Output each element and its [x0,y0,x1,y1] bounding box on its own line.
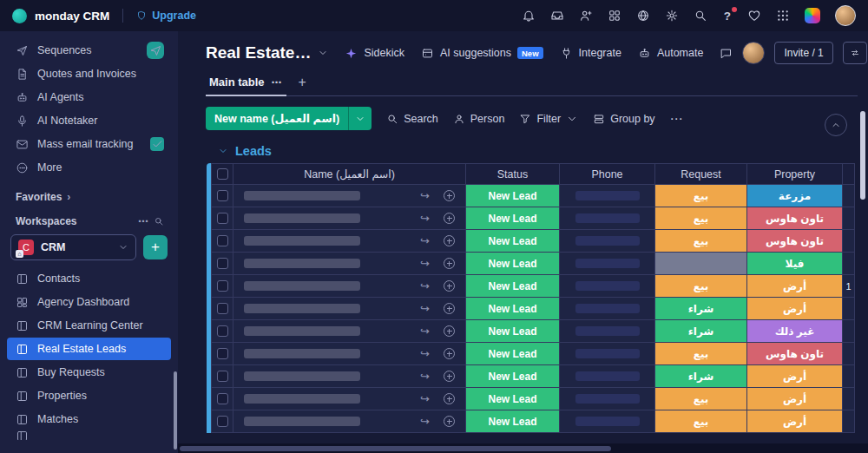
sidebar-scrollbar[interactable] [174,371,177,450]
name-cell[interactable]: ↪ [233,298,466,320]
sidebar-item-quotes-invoices[interactable]: Quotes and Invoices [7,62,171,85]
status-cell[interactable]: New Lead [466,320,559,342]
request-cell[interactable]: بيع [655,388,746,410]
column-header-status[interactable]: Status [466,163,560,185]
name-cell[interactable]: ↪ [233,185,466,207]
add-update-icon[interactable] [444,258,455,269]
invite-button[interactable]: Invite / 1 [774,42,832,64]
product-switcher-icon[interactable] [805,8,820,23]
row-checkbox[interactable] [217,213,228,224]
open-item-icon[interactable]: ↪ [420,303,430,314]
add-update-icon[interactable] [444,235,455,246]
user-avatar[interactable] [835,5,856,26]
request-cell[interactable]: شراء [655,320,746,342]
name-cell[interactable]: ↪ [233,275,466,298]
name-cell[interactable]: ↪ [233,320,466,343]
name-cell[interactable]: ↪ [233,230,466,253]
phone-cell[interactable] [560,343,655,365]
ai-suggestions-button[interactable]: AI suggestions New [421,47,543,60]
horizontal-scrollbar-thumb[interactable] [180,446,611,451]
collapse-header-button[interactable] [825,114,847,136]
request-cell[interactable]: بيع [655,230,746,252]
swap-arrows-icon[interactable] [843,42,867,64]
status-cell[interactable]: New Lead [466,185,559,207]
open-item-icon[interactable]: ↪ [420,325,430,337]
sidebar-item-sequences[interactable]: Sequences [7,39,171,62]
vertical-scrollbar[interactable] [860,111,865,200]
property-cell[interactable]: أرض [747,275,842,297]
board-title[interactable]: Real Estate… [206,43,328,62]
status-cell[interactable]: New Lead [466,298,559,319]
new-item-button[interactable]: New name (اسم العميل) [206,107,372,130]
group-by-button[interactable]: Group by [593,113,654,125]
phone-cell[interactable] [560,320,655,343]
request-cell[interactable]: بيع [655,275,746,297]
name-cell[interactable]: ↪ [233,253,466,275]
column-header-name[interactable]: Name (اسم العميل) [233,163,466,185]
row-checkbox[interactable] [217,416,228,427]
sidebar-item-crm-learning-center[interactable]: CRM Learning Center [7,314,171,337]
group-header[interactable]: Leads [218,144,868,158]
row-checkbox[interactable] [217,393,228,404]
sidebar-item-buy-requests[interactable]: Buy Requests [7,361,171,384]
row-checkbox[interactable] [217,371,228,382]
name-cell[interactable]: ↪ [233,388,466,410]
add-view-button[interactable]: + [292,75,313,95]
add-update-icon[interactable] [444,280,455,292]
help-button[interactable]: ? [722,10,733,23]
add-update-icon[interactable] [444,393,455,404]
upgrade-button[interactable]: Upgrade [136,10,196,22]
open-item-icon[interactable]: ↪ [420,280,430,292]
notifications-bell-icon[interactable] [522,9,536,23]
workspaces-more-icon[interactable]: ⋯ [138,215,148,227]
property-cell[interactable]: تاون هاوس [747,207,842,229]
sidebar-item-more[interactable]: More [7,156,171,179]
phone-cell[interactable] [560,298,655,320]
request-cell[interactable]: بيع [655,185,746,207]
row-checkbox[interactable] [217,348,228,359]
sidebar-item-matches[interactable]: Matches [7,408,171,430]
tab-more-icon[interactable]: ⋯ [272,76,283,89]
add-update-icon[interactable] [444,348,455,359]
open-item-icon[interactable]: ↪ [420,371,430,382]
row-checkbox[interactable] [217,303,228,314]
search-icon[interactable] [694,9,707,23]
whats-new-heart-icon[interactable] [747,9,761,23]
open-item-icon[interactable]: ↪ [420,235,430,246]
request-cell[interactable]: بيع [655,343,746,364]
row-checkbox[interactable] [217,235,228,246]
add-update-icon[interactable] [444,325,455,337]
status-cell[interactable]: New Lead [466,410,559,432]
open-item-icon[interactable]: ↪ [420,258,430,269]
sidebar-item-mass-email[interactable]: Mass email tracking [7,133,171,155]
sequences-badge-icon[interactable] [147,42,164,59]
horizontal-scrollbar-track[interactable] [178,443,868,453]
phone-cell[interactable] [560,410,655,433]
property-cell[interactable]: أرض [747,298,842,319]
new-item-dropdown[interactable] [348,107,372,130]
sidebar-item-properties[interactable]: Properties [7,384,171,407]
status-cell[interactable]: New Lead [466,343,559,364]
status-cell[interactable]: New Lead [466,253,559,274]
add-workspace-item-button[interactable]: + [143,235,168,259]
request-cell[interactable]: شراء [655,365,746,387]
person-filter-button[interactable]: Person [453,113,505,125]
column-header-property[interactable]: Property [747,163,843,185]
property-cell[interactable]: مزرعة [747,185,842,207]
phone-cell[interactable] [560,185,655,207]
row-checkbox[interactable] [217,325,228,337]
phone-cell[interactable] [560,388,655,410]
request-cell[interactable]: شراء [655,298,746,319]
request-cell[interactable] [655,253,746,274]
name-cell[interactable]: ↪ [233,207,466,230]
row-checkbox[interactable] [217,190,228,201]
open-item-icon[interactable]: ↪ [420,190,430,201]
globe-icon[interactable] [636,9,650,23]
toolbar-more-icon[interactable]: ⋯ [670,111,684,127]
filter-button[interactable]: Filter [519,113,578,125]
sidekick-button[interactable]: Sidekick [345,47,404,60]
settings-gear-icon[interactable] [665,9,679,23]
sidebar-item-clipped[interactable] [7,431,171,440]
workspace-selector[interactable]: C⌂ CRM [10,234,136,260]
sidebar-item-agency-dashboard[interactable]: Agency Dashboard [7,291,171,313]
